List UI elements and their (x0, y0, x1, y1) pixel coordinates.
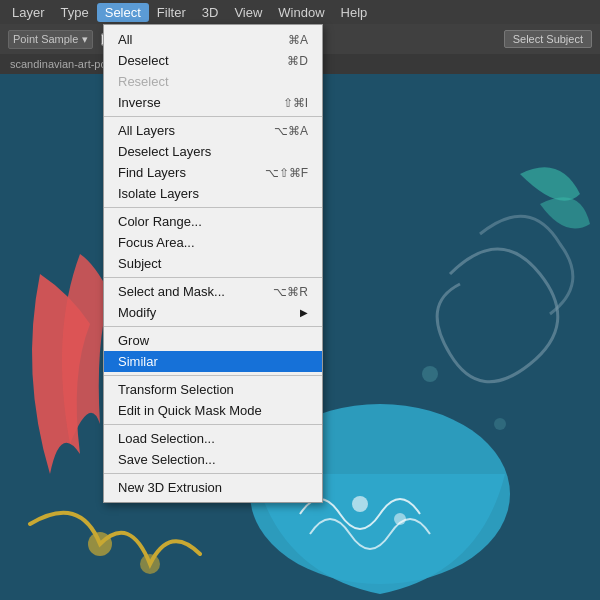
menu-item-all-label: All (118, 32, 132, 47)
menu-item-modify-label: Modify (118, 305, 156, 320)
menu-item-all-layers-shortcut: ⌥⌘A (274, 124, 308, 138)
menu-type[interactable]: Type (53, 3, 97, 22)
menu-item-quick-mask-label: Edit in Quick Mask Mode (118, 403, 262, 418)
separator-2 (104, 207, 322, 208)
select-menu-dropdown: All ⌘A Deselect ⌘D Reselect Inverse ⇧⌘I … (103, 24, 323, 503)
menu-item-subject[interactable]: Subject (104, 253, 322, 274)
menu-item-deselect-layers[interactable]: Deselect Layers (104, 141, 322, 162)
select-subject-button[interactable]: Select Subject (504, 30, 592, 48)
menu-item-select-and-mask-shortcut: ⌥⌘R (273, 285, 308, 299)
menu-item-all-layers-label: All Layers (118, 123, 175, 138)
menu-item-focus-area-label: Focus Area... (118, 235, 195, 250)
menu-item-transform-selection-label: Transform Selection (118, 382, 234, 397)
menu-item-modify[interactable]: Modify ▶ (104, 302, 322, 323)
menu-item-reselect-label: Reselect (118, 74, 169, 89)
menu-bar: Layer Type Select Filter 3D View Window … (0, 0, 600, 24)
menu-item-isolate-layers[interactable]: Isolate Layers (104, 183, 322, 204)
menu-item-inverse-shortcut: ⇧⌘I (283, 96, 308, 110)
menu-layer[interactable]: Layer (4, 3, 53, 22)
menu-item-find-layers[interactable]: Find Layers ⌥⇧⌘F (104, 162, 322, 183)
dropdown-arrow-icon: ▾ (82, 33, 88, 46)
separator-1 (104, 116, 322, 117)
svg-point-2 (352, 496, 368, 512)
menu-item-quick-mask[interactable]: Edit in Quick Mask Mode (104, 400, 322, 421)
menu-item-deselect[interactable]: Deselect ⌘D (104, 50, 322, 71)
menu-item-all-layers[interactable]: All Layers ⌥⌘A (104, 120, 322, 141)
submenu-arrow-icon: ▶ (300, 307, 308, 318)
menu-item-all-shortcut: ⌘A (288, 33, 308, 47)
menu-item-reselect: Reselect (104, 71, 322, 92)
menu-filter[interactable]: Filter (149, 3, 194, 22)
menu-item-isolate-layers-label: Isolate Layers (118, 186, 199, 201)
menu-item-similar[interactable]: Similar (104, 351, 322, 372)
menu-item-find-layers-shortcut: ⌥⇧⌘F (265, 166, 308, 180)
menu-3d[interactable]: 3D (194, 3, 227, 22)
menu-item-grow-label: Grow (118, 333, 149, 348)
menu-item-subject-label: Subject (118, 256, 161, 271)
separator-3 (104, 277, 322, 278)
menu-item-load-selection-label: Load Selection... (118, 431, 215, 446)
menu-item-deselect-label: Deselect (118, 53, 169, 68)
menu-item-save-selection[interactable]: Save Selection... (104, 449, 322, 470)
menu-item-color-range-label: Color Range... (118, 214, 202, 229)
menu-item-new-3d-extrusion[interactable]: New 3D Extrusion (104, 477, 322, 498)
menu-item-new-3d-extrusion-label: New 3D Extrusion (118, 480, 222, 495)
menu-item-all[interactable]: All ⌘A (104, 29, 322, 50)
menu-item-similar-label: Similar (118, 354, 158, 369)
menu-select[interactable]: Select (97, 3, 149, 22)
svg-point-7 (494, 418, 506, 430)
menu-item-load-selection[interactable]: Load Selection... (104, 428, 322, 449)
menu-item-focus-area[interactable]: Focus Area... (104, 232, 322, 253)
menu-item-find-layers-label: Find Layers (118, 165, 186, 180)
menu-item-inverse[interactable]: Inverse ⇧⌘I (104, 92, 322, 113)
menu-view[interactable]: View (226, 3, 270, 22)
separator-7 (104, 473, 322, 474)
menu-item-select-and-mask[interactable]: Select and Mask... ⌥⌘R (104, 281, 322, 302)
separator-6 (104, 424, 322, 425)
menu-item-select-and-mask-label: Select and Mask... (118, 284, 225, 299)
svg-point-4 (88, 532, 112, 556)
menu-item-grow[interactable]: Grow (104, 330, 322, 351)
separator-4 (104, 326, 322, 327)
menu-item-deselect-shortcut: ⌘D (287, 54, 308, 68)
menu-item-inverse-label: Inverse (118, 95, 161, 110)
svg-point-5 (140, 554, 160, 574)
svg-point-3 (394, 513, 406, 525)
menu-item-save-selection-label: Save Selection... (118, 452, 216, 467)
sample-mode-dropdown[interactable]: Point Sample ▾ (8, 30, 93, 49)
menu-help[interactable]: Help (333, 3, 376, 22)
menu-item-deselect-layers-label: Deselect Layers (118, 144, 211, 159)
menu-item-transform-selection[interactable]: Transform Selection (104, 379, 322, 400)
separator-5 (104, 375, 322, 376)
menu-window[interactable]: Window (270, 3, 332, 22)
svg-point-6 (422, 366, 438, 382)
sample-mode-label: Point Sample (13, 33, 78, 45)
menu-item-color-range[interactable]: Color Range... (104, 211, 322, 232)
